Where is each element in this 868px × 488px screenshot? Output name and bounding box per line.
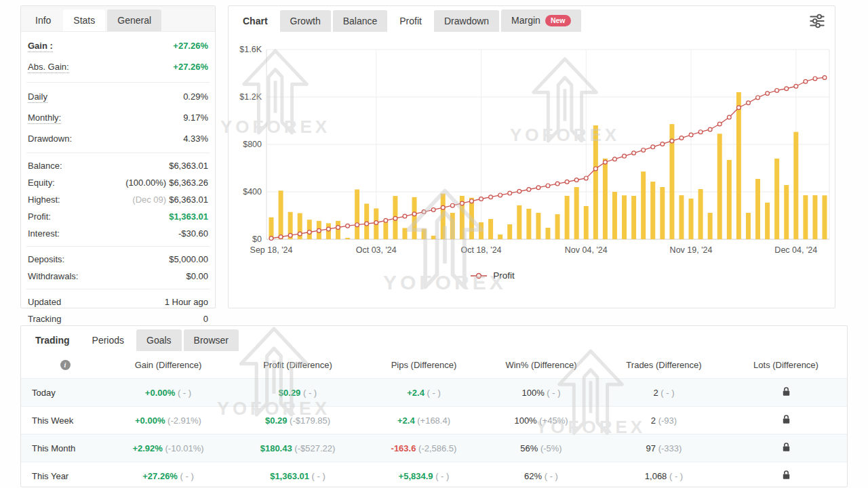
column-header: Profit (Difference) — [227, 351, 368, 379]
profit-line-marker — [412, 212, 416, 216]
period-label: This Week — [21, 407, 109, 434]
cell-value: +2.92% — [132, 443, 162, 453]
tab-info[interactable]: Info — [25, 9, 61, 31]
profit-bar — [469, 198, 474, 239]
value-cell: 2 (-93) — [603, 407, 725, 434]
period-label: This Month — [21, 434, 109, 462]
profit-line-marker — [651, 145, 655, 149]
cell-value: +27.26% — [142, 471, 178, 481]
profit-line-marker — [565, 180, 569, 184]
cell-value: $180.43 — [260, 443, 292, 453]
tab-label: Drawdown — [444, 16, 489, 26]
stat-value: 4.33% — [183, 134, 208, 144]
profit-bar — [307, 220, 312, 239]
lock-icon — [782, 414, 791, 424]
tab-label: Growth — [290, 16, 321, 26]
column-header: Gain (Difference) — [109, 351, 227, 379]
info-icon[interactable]: i — [60, 360, 71, 370]
stats-group: Deposits:$5,000.00Withdrawals:$0.00 — [28, 251, 208, 285]
table-header-row: iGain (Difference)Profit (Difference)Pip… — [21, 351, 847, 379]
profit-bar — [603, 159, 608, 239]
profit-bar — [774, 159, 779, 239]
cell-value: 2 — [651, 415, 656, 426]
tab-chart[interactable]: Chart — [233, 10, 278, 32]
profit-line-marker — [479, 197, 484, 201]
profit-bar — [450, 213, 455, 239]
tab-drawdown[interactable]: Drawdown — [434, 10, 499, 32]
profit-line-marker — [546, 184, 550, 188]
cell-difference: (-2.91%) — [165, 415, 201, 426]
tab-general[interactable]: General — [107, 9, 161, 31]
value-cell: +2.92% (-10.01%) — [109, 434, 227, 462]
profit-line-marker — [460, 201, 464, 205]
chart-legend[interactable]: Profit — [189, 270, 795, 281]
profit-line-marker — [517, 189, 521, 193]
stats-group: Gain :+27.26%Abs. Gain:+27.26% — [28, 36, 208, 78]
tab-trading[interactable]: Trading — [25, 329, 80, 351]
divider — [26, 152, 210, 153]
profit-bar — [422, 229, 427, 239]
value-cell: 1,068 ( - ) — [603, 462, 725, 488]
cell-difference: (-2,586.5) — [416, 443, 456, 453]
profit-line-marker — [355, 223, 359, 227]
profit-bar — [641, 171, 646, 239]
profit-line-marker — [298, 232, 302, 236]
tab-goals[interactable]: Goals — [136, 329, 182, 351]
tab-browser[interactable]: Browser — [184, 329, 239, 351]
chart-settings-button[interactable] — [808, 12, 827, 30]
tab-profit[interactable]: Profit — [389, 10, 432, 32]
tab-balance[interactable]: Balance — [333, 10, 388, 32]
profit-line-marker — [450, 203, 454, 207]
profit-line-marker — [747, 101, 751, 105]
profit-bar — [631, 196, 636, 239]
x-axis-tick-label: Nov 19, '24 — [670, 245, 713, 255]
profit-line-marker — [642, 148, 646, 152]
stat-value-prefix: (Dec 09) — [132, 195, 166, 205]
profit-bar — [517, 205, 521, 239]
stat-label[interactable]: Abs. Gain: — [28, 62, 69, 73]
profit-line-marker — [431, 208, 435, 212]
profit-bar — [279, 190, 283, 239]
stat-row: Daily0.29% — [28, 87, 208, 108]
stat-label: Interest: — [28, 228, 60, 239]
stat-row: Interest:-$30.60 — [28, 225, 208, 242]
profit-bar — [555, 214, 560, 239]
stat-label[interactable]: Monthly: — [28, 113, 61, 124]
tab-label: Browser — [194, 335, 229, 346]
profit-bar — [755, 179, 760, 239]
value-cell: $180.43 (-$527.22) — [227, 434, 368, 462]
tab-stats[interactable]: Stats — [63, 9, 105, 31]
profit-line-marker — [679, 136, 684, 140]
profit-line-marker — [498, 193, 502, 197]
tab-periods[interactable]: Periods — [82, 329, 134, 351]
stat-label[interactable]: Daily — [28, 92, 47, 103]
x-axis-tick-label: Nov 04, '24 — [565, 245, 608, 255]
period-label: This Year — [21, 462, 109, 488]
profit-bar — [431, 236, 436, 239]
profit-bar — [565, 196, 570, 239]
cell-difference: (-5%) — [538, 443, 561, 453]
lock-icon — [782, 470, 791, 480]
stat-value: 9.17% — [183, 113, 208, 123]
y-axis-tick-label: $1.2K — [239, 92, 262, 102]
profit-line-marker — [584, 176, 588, 180]
stat-label[interactable]: Gain : — [28, 41, 53, 52]
stats-card: InfoStatsGeneral Gain :+27.26%Abs. Gain:… — [20, 5, 216, 308]
profit-bar — [507, 224, 512, 239]
profit-line-marker — [604, 160, 608, 164]
tab-margin[interactable]: MarginNew — [501, 9, 580, 32]
profit-line-marker — [470, 199, 474, 203]
profit-bar — [479, 222, 484, 239]
stat-label: Balance: — [28, 161, 62, 171]
profit-line-marker — [288, 233, 292, 237]
tab-label: General — [117, 15, 151, 26]
tab-growth[interactable]: Growth — [280, 10, 331, 32]
cell-value: 2 — [653, 388, 658, 398]
tab-label: Chart — [243, 16, 268, 26]
profit-bar — [650, 182, 655, 239]
cell-value: 56% — [520, 443, 538, 453]
profit-bar — [336, 221, 340, 239]
periods-table: iGain (Difference)Profit (Difference)Pip… — [21, 351, 847, 488]
tab-label: Goals — [146, 335, 172, 346]
profit-bar — [402, 228, 407, 239]
